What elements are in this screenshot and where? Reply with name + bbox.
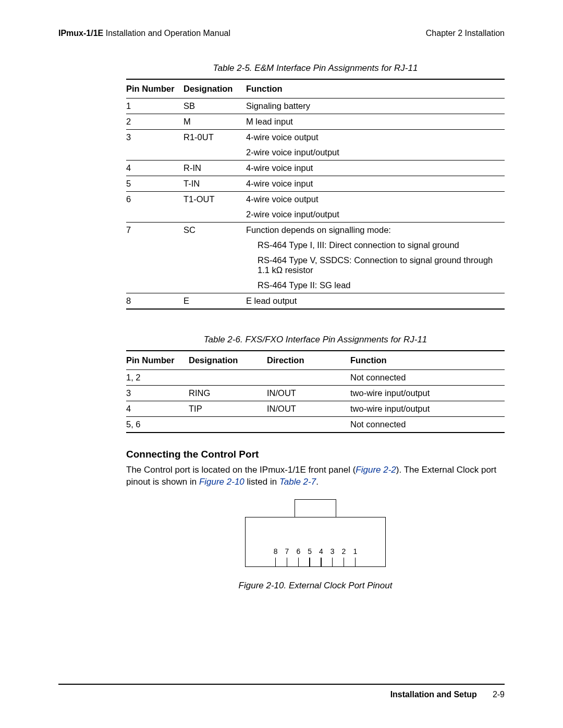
cell-pin: 1 [126, 98, 183, 114]
pin-label: 6 [296, 547, 300, 566]
table-5: Pin Number Designation Function 1 SB Sig… [126, 79, 505, 310]
pin-label: 3 [331, 547, 335, 566]
col-direction: Direction [267, 351, 350, 370]
content-column: Table 2-5. E&M Interface Pin Assignments… [126, 63, 505, 591]
col-function: Function [246, 79, 505, 98]
connector-tab [295, 499, 336, 517]
cell-func: 4-wire voice output [246, 130, 505, 145]
cell-des: TIP [189, 401, 267, 417]
cell-des: T-IN [183, 176, 246, 192]
cell-pin: 1, 2 [126, 370, 189, 386]
table-6: Pin Number Designation Direction Functio… [126, 350, 505, 433]
table-row: 3 R1-0UT 4-wire voice output [126, 130, 505, 145]
pin-label: 2 [342, 547, 346, 566]
cell-dir: IN/OUT [267, 401, 350, 417]
cell-dir [267, 417, 350, 433]
table-row: 4 TIP IN/OUT two-wire input/output [126, 401, 505, 417]
cell-func: M lead input [246, 114, 505, 130]
product-name: IPmux-1/1E [58, 29, 103, 38]
table-row: RS-464 Type II: SG lead [126, 278, 505, 293]
table-row: 2-wire voice input/output [126, 207, 505, 223]
table-row: RS-464 Type V, SSDCS: Connection to sign… [126, 253, 505, 278]
cell-des: R-IN [183, 161, 246, 176]
table-row: 3 RING IN/OUT two-wire input/output [126, 386, 505, 401]
cell-func: 4-wire voice input [246, 176, 505, 192]
cell-func-extra: 2-wire voice input/output [246, 145, 505, 161]
figure-10-caption: Figure 2-10. External Clock Port Pinout [126, 581, 505, 591]
table-6-caption: Table 2-6. FXS/FXO Interface Pin Assignm… [126, 335, 505, 345]
body-paragraph: The Control port is located on the IPmux… [126, 464, 505, 488]
cross-ref-figure[interactable]: Figure 2-2 [356, 465, 396, 475]
cell-des: T1-OUT [183, 192, 246, 207]
para-text: . [316, 477, 319, 487]
cross-ref-table[interactable]: Table 2-7 [279, 477, 316, 487]
cell-func-extra: 2-wire voice input/output [246, 207, 505, 223]
section-heading: Connecting the Control Port [126, 449, 505, 460]
cell-pin: 3 [126, 386, 189, 401]
table-header-row: Pin Number Designation Direction Functio… [126, 351, 505, 370]
col-designation: Designation [183, 79, 246, 98]
cell-func: Not connected [350, 417, 505, 433]
table-header-row: Pin Number Designation Function [126, 79, 505, 98]
page-header: IPmux-1/1E Installation and Operation Ma… [58, 29, 505, 38]
cell-func: 4-wire voice output [246, 192, 505, 207]
cell-des: R1-0UT [183, 130, 246, 145]
cell-pin: 4 [126, 161, 183, 176]
pin-label: 5 [308, 547, 312, 566]
table-row: RS-464 Type I, III: Direct connection to… [126, 238, 505, 253]
cell-sub: RS-464 Type I, III: Direct connection to… [246, 240, 501, 250]
cell-func: E lead output [246, 293, 505, 310]
header-left: IPmux-1/1E Installation and Operation Ma… [58, 29, 230, 38]
connector-pins-row: 8 7 6 5 4 3 2 1 [246, 547, 385, 566]
cell-dir [267, 370, 350, 386]
cell-sub: RS-464 Type II: SG lead [246, 280, 501, 290]
col-pin-number: Pin Number [126, 351, 189, 370]
cell-func: two-wire input/output [350, 401, 505, 417]
cell-func: Signaling battery [246, 98, 505, 114]
pin-label: 8 [274, 547, 278, 566]
cell-dir: IN/OUT [267, 386, 350, 401]
manual-name: Installation and Operation Manual [103, 29, 230, 38]
table-row: 5, 6 Not connected [126, 417, 505, 433]
cell-func: 4-wire voice input [246, 161, 505, 176]
table-row: 1 SB Signaling battery [126, 98, 505, 114]
cell-pin: 2 [126, 114, 183, 130]
connector-body: 8 7 6 5 4 3 2 1 [245, 517, 386, 567]
cell-pin: 8 [126, 293, 183, 310]
connector-diagram: 8 7 6 5 4 3 2 1 [245, 499, 386, 567]
cross-ref-figure[interactable]: Figure 2-10 [199, 477, 244, 487]
cell-func: Not connected [350, 370, 505, 386]
table-row: 2 M M lead input [126, 114, 505, 130]
table-row: 1, 2 Not connected [126, 370, 505, 386]
cell-pin: 7 [126, 223, 183, 238]
cell-pin: 3 [126, 130, 183, 145]
footer-section-title: Installation and Setup [390, 690, 477, 699]
cell-sub: RS-464 Type V, SSDCS: Connection to sign… [246, 255, 501, 275]
cell-func: Function depends on signalling mode: [246, 223, 505, 238]
table-row: 5 T-IN 4-wire voice input [126, 176, 505, 192]
table-5-caption: Table 2-5. E&M Interface Pin Assignments… [126, 63, 505, 73]
cell-des: M [183, 114, 246, 130]
table-row: 8 E E lead output [126, 293, 505, 310]
pin-label: 7 [285, 547, 289, 566]
table-row: 7 SC Function depends on signalling mode… [126, 223, 505, 238]
col-designation: Designation [189, 351, 267, 370]
page-footer: Installation and Setup 2-9 [58, 684, 505, 699]
para-text: listed in [244, 477, 279, 487]
cell-des: SC [183, 223, 246, 238]
cell-des [189, 417, 267, 433]
document-page: IPmux-1/1E Installation and Operation Ma… [0, 0, 563, 728]
cell-pin: 5, 6 [126, 417, 189, 433]
cell-pin: 6 [126, 192, 183, 207]
cell-des [189, 370, 267, 386]
pin-label: 1 [353, 547, 357, 566]
cell-des: RING [189, 386, 267, 401]
cell-pin: 4 [126, 401, 189, 417]
cell-pin: 5 [126, 176, 183, 192]
cell-func: two-wire input/output [350, 386, 505, 401]
table-row: 2-wire voice input/output [126, 145, 505, 161]
table-row: 6 T1-OUT 4-wire voice output [126, 192, 505, 207]
col-function: Function [350, 351, 505, 370]
pin-label: 4 [319, 547, 323, 566]
para-text: The Control port is located on the IPmux… [126, 465, 356, 475]
